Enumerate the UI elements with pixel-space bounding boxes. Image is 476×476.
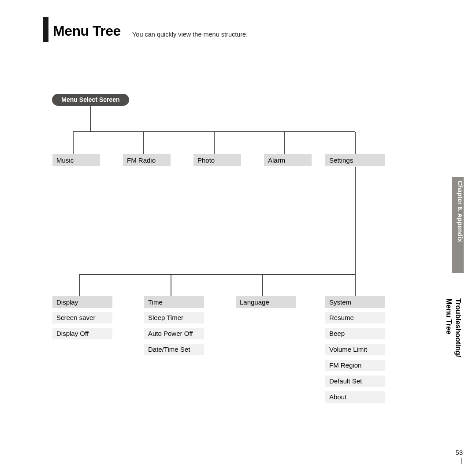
menu-music: Music xyxy=(52,154,100,166)
chapter-tab: Chapter 6. Appendix xyxy=(452,177,464,273)
display-off: Display Off xyxy=(52,328,112,339)
settings-display: Display xyxy=(52,296,112,308)
settings-time: Time xyxy=(144,296,204,308)
system-default-set: Default Set xyxy=(325,376,385,387)
system-beep: Beep xyxy=(325,328,385,339)
section-label-troubleshooting: Troubleshooting/ xyxy=(454,298,462,357)
menu-fm-radio: FM Radio xyxy=(123,154,171,166)
settings-system: System xyxy=(325,296,385,308)
page-number: 53 xyxy=(455,449,463,456)
system-volume-limit: Volume Limit xyxy=(325,344,385,355)
root-node: Menu Select Screen xyxy=(52,94,129,106)
time-sleep-timer: Sleep Timer xyxy=(144,312,204,324)
time-date-time-set: Date/Time Set xyxy=(144,344,204,355)
menu-settings: Settings xyxy=(325,154,385,166)
page-title: Menu Tree xyxy=(53,23,121,39)
menu-alarm: Alarm xyxy=(264,154,312,166)
page-subtitle: You can quickly view the menu structure. xyxy=(132,31,248,38)
menu-photo: Photo xyxy=(193,154,241,166)
section-label-menu-tree: Menu Tree xyxy=(444,298,453,334)
display-screensaver: Screen saver xyxy=(52,312,112,324)
system-fm-region: FM Region xyxy=(325,360,385,371)
settings-language: Language xyxy=(236,296,296,308)
system-resume: Resume xyxy=(325,312,385,324)
page-number-rule xyxy=(461,458,461,464)
time-auto-power-off: Auto Power Off xyxy=(144,328,204,339)
heading-bar xyxy=(43,17,48,42)
system-about: About xyxy=(325,391,385,403)
